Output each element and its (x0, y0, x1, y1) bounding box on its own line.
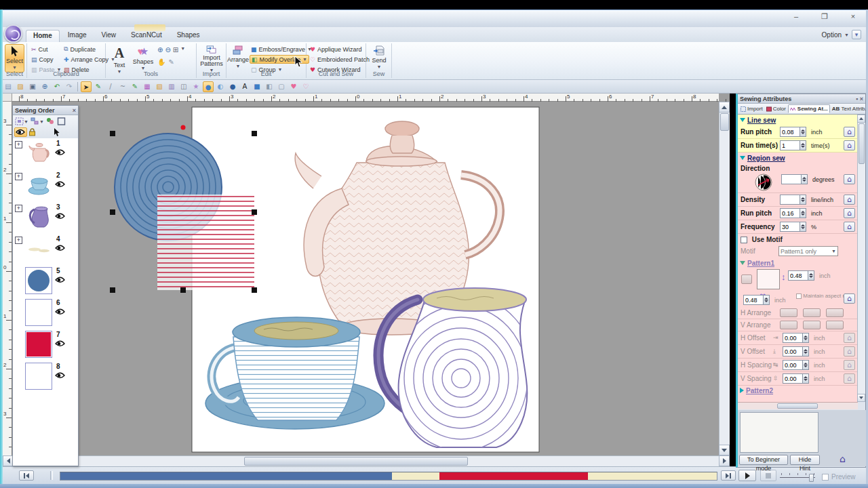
v-arrange-option-2[interactable] (803, 321, 821, 329)
tab-sewing-attributes[interactable]: Sewing At... (788, 104, 830, 113)
slider-handle[interactable] (809, 474, 814, 482)
scroll-right-button[interactable] (719, 455, 730, 466)
overlap-icon[interactable]: ◧ (264, 81, 275, 92)
emboss-icon[interactable]: ■ (252, 81, 262, 92)
zoom-icon[interactable]: ⊕ (39, 81, 50, 92)
apply-house-button[interactable]: ⌂ (844, 208, 855, 218)
v-spacing-spinner[interactable] (783, 373, 809, 384)
density-spinner[interactable] (780, 195, 806, 205)
visibility-eye-icon[interactable] (55, 245, 66, 251)
curve-tool-icon[interactable]: ~ (117, 81, 128, 92)
arrange-button[interactable]: Arrange ▼ (228, 44, 248, 73)
preview-checkbox[interactable] (822, 474, 829, 481)
pan-hand-icon[interactable]: ✋ (157, 58, 165, 66)
apply-house-button[interactable]: ⌂ (844, 195, 855, 205)
close-icon[interactable]: × (73, 107, 76, 114)
scroll-down-button[interactable] (857, 394, 865, 402)
visibility-eye-icon[interactable] (55, 308, 66, 315)
v-offset-spinner[interactable] (783, 346, 809, 357)
stamp-icon[interactable]: ▥ (166, 81, 177, 92)
send-button[interactable]: Send ▼ (368, 44, 390, 73)
canvas-horizontal-scrollbar[interactable] (3, 455, 730, 466)
undo-icon[interactable]: ↶ (52, 81, 62, 92)
option-menu[interactable]: Option ▼ ▾ (822, 30, 861, 39)
star-tool-icon[interactable]: ★ (191, 81, 201, 92)
shapes-tool-button[interactable]: ♥★ Shapes ▼ (132, 44, 155, 73)
visibility-eye-icon[interactable] (55, 372, 66, 379)
pin-icon[interactable]: ▪ (856, 96, 858, 102)
tab-image[interactable]: Image (61, 30, 94, 42)
cut-button[interactable]: ✂ Cut (30, 45, 50, 54)
speed-slider[interactable] (780, 473, 815, 480)
line-tool-icon[interactable]: / (105, 81, 116, 92)
line-sew-section-header[interactable]: Line sew (738, 115, 858, 125)
sewing-order-item-5[interactable]: 5 (13, 266, 78, 298)
tab-scanncut[interactable]: ScanNCut (124, 30, 169, 42)
select-pointer-icon[interactable]: ➤ (81, 81, 92, 92)
fit-window-icon[interactable]: ⊞ (173, 46, 178, 54)
v-arrange-option-3[interactable] (826, 321, 844, 329)
select-button[interactable]: Select ▼ (5, 44, 24, 73)
run-times-spinner[interactable] (780, 140, 806, 150)
tab-shapes[interactable]: Shapes (170, 30, 207, 42)
maintain-aspect-checkbox[interactable] (796, 293, 802, 299)
sewing-order-header[interactable]: Sewing Order × (13, 106, 78, 115)
h-spacing-spinner[interactable] (783, 360, 809, 370)
stitch-color-progress[interactable] (60, 472, 717, 481)
circle-tool-icon[interactable]: ● (203, 81, 214, 92)
close-icon[interactable]: × (860, 96, 863, 102)
pattern2-section-header[interactable]: Pattern2 (738, 386, 858, 395)
scroll-up-button[interactable] (719, 102, 730, 113)
text-tool-button[interactable]: A Text ▼ (110, 44, 129, 73)
tab-text-attributes[interactable]: AB Text Attrib... (831, 105, 868, 113)
embroidered-patch-button[interactable]: ♡ Embroidered Patch (309, 55, 371, 64)
sewing-order-item-3[interactable]: + 3 (13, 202, 78, 234)
duplicate-button[interactable]: ⧉ Duplicate (62, 45, 97, 54)
pattern-picker-button[interactable] (741, 274, 752, 284)
apply-house-button[interactable]: ⌂ (844, 293, 855, 304)
select-region-icon[interactable]: ◫ (178, 81, 189, 92)
sewing-order-item-4[interactable]: + 4 (13, 234, 78, 266)
restore-button[interactable]: ❐ (815, 12, 834, 22)
circle-outline-icon[interactable]: ● (227, 81, 238, 92)
zoom-in-icon[interactable]: ⊕ (157, 46, 163, 54)
expand-icon[interactable]: + (15, 141, 22, 148)
motif-dropdown[interactable]: Pattern1 only ▼ (778, 246, 838, 256)
save-icon[interactable]: ▣ (27, 81, 38, 92)
direction-spinner[interactable] (781, 174, 808, 184)
export-icon[interactable]: ▧ (154, 81, 165, 92)
copy-button[interactable]: ▤ Copy (30, 55, 55, 64)
use-motif-checkbox[interactable] (741, 237, 747, 243)
help-menu-button[interactable]: ▾ (852, 30, 861, 39)
frequency-spinner[interactable] (780, 222, 806, 232)
play-button[interactable] (738, 470, 756, 481)
tab-home[interactable]: Home (26, 30, 60, 42)
run-pitch-spinner[interactable] (780, 127, 806, 137)
frame-view-button[interactable] (56, 117, 66, 126)
scroll-down-button[interactable] (719, 445, 730, 455)
redo-icon[interactable]: ↷ (64, 81, 75, 92)
sewing-order-item-8[interactable]: 8 (13, 361, 78, 393)
h-arrange-option-1[interactable] (780, 308, 797, 317)
hint-house-icon[interactable]: ⌂ (840, 453, 846, 464)
apply-house-button[interactable]: ⌂ (844, 140, 855, 150)
sewing-order-item-6[interactable]: 6 (13, 298, 78, 329)
apply-house-button[interactable]: ⌂ (844, 346, 855, 357)
canvas-vertical-scrollbar[interactable] (719, 102, 730, 455)
design-workspace[interactable] (3, 102, 719, 455)
apply-house-button[interactable]: ⌂ (844, 222, 855, 232)
visibility-eye-icon[interactable] (55, 149, 66, 156)
region-sew-section-header[interactable]: Region sew (738, 152, 858, 163)
open-folder-icon[interactable]: ▨ (15, 81, 26, 92)
direction-dial-icon[interactable] (754, 173, 773, 192)
image-tool-icon[interactable]: ▦ (142, 81, 153, 92)
pattern-width-spinner[interactable] (743, 295, 770, 305)
tab-color[interactable]: Color (765, 105, 787, 113)
lock-button[interactable] (28, 127, 37, 137)
pattern1-section-header[interactable]: Pattern1 (738, 258, 858, 268)
scroll-up-button[interactable] (857, 115, 865, 123)
patch-heart-icon[interactable]: ♡ (300, 81, 311, 92)
expand-icon[interactable]: + (15, 237, 22, 244)
attr-vscroll-thumb[interactable] (859, 123, 865, 164)
visibility-eye-icon[interactable] (55, 277, 66, 283)
